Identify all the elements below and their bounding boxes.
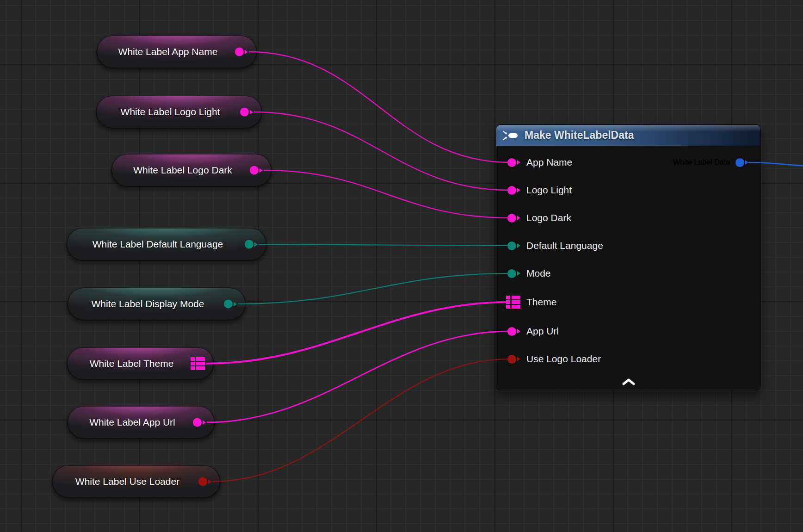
output-pin-white-label-data[interactable] — [735, 158, 748, 167]
pin-label: Logo Dark — [526, 212, 571, 223]
chevron-up-icon[interactable] — [622, 377, 636, 386]
wire-app-url[interactable] — [207, 331, 510, 422]
getter-node-white-label-app-name[interactable]: White Label App Name — [96, 35, 257, 68]
output-pin-white-label-logo-dark[interactable] — [250, 166, 263, 175]
node-header[interactable]: Make WhiteLabelData — [496, 125, 760, 146]
getter-label: White Label App Name — [118, 46, 218, 57]
output-row-white-label-data: White Label Data — [673, 155, 748, 170]
input-row-theme: Theme — [506, 295, 556, 309]
pin-label: White Label Data — [673, 158, 730, 167]
getter-label: White Label App Url — [89, 417, 175, 428]
pin-label: App Name — [526, 157, 572, 168]
getter-node-white-label-logo-light[interactable]: White Label Logo Light — [96, 95, 262, 129]
getter-label: White Label Display Mode — [92, 298, 204, 309]
blueprint-graph-canvas[interactable]: White Label App Name White Label Logo Li… — [0, 0, 803, 532]
getter-label: White Label Logo Light — [121, 106, 220, 118]
input-row-logo-light: Logo Light — [507, 183, 572, 198]
wire-use-loader[interactable] — [212, 359, 510, 482]
output-pin-white-label-app-url[interactable] — [193, 418, 206, 427]
getter-node-white-label-app-url[interactable]: White Label App Url — [67, 406, 215, 439]
pin-label: Default Language — [526, 240, 603, 251]
getter-node-white-label-display-mode[interactable]: White Label Display Mode — [67, 287, 246, 321]
wire-logo-dark[interactable] — [264, 170, 510, 218]
getter-label: White Label Logo Dark — [133, 165, 232, 176]
make-struct-icon — [502, 130, 519, 141]
input-row-app-url: App Url — [507, 324, 559, 339]
pin-label: Theme — [526, 297, 556, 308]
getter-node-white-label-theme[interactable]: White Label Theme — [67, 347, 214, 380]
wire-app-name[interactable] — [249, 52, 510, 162]
getter-node-white-label-default-language[interactable]: White Label Default Language — [66, 228, 267, 261]
output-pin-white-label-display-mode[interactable] — [224, 300, 237, 309]
output-pin-white-label-use-loader[interactable] — [198, 477, 211, 486]
input-row-default-language: Default Language — [507, 238, 603, 253]
input-row-mode: Mode — [507, 266, 551, 281]
make-whitelabeldata-node[interactable]: Make WhiteLabelData App Name Logo Light … — [496, 125, 760, 390]
getter-label: White Label Theme — [90, 358, 174, 369]
getter-label: White Label Default Language — [93, 239, 223, 250]
node-title: Make WhiteLabelData — [525, 129, 634, 142]
wire-theme[interactable] — [206, 302, 510, 364]
getter-node-white-label-use-loader[interactable]: White Label Use Loader — [52, 465, 221, 498]
input-row-logo-dark: Logo Dark — [507, 210, 571, 225]
output-pin-white-label-app-name[interactable] — [235, 48, 248, 56]
pin-label: Mode — [526, 268, 551, 279]
output-pin-white-label-default-language[interactable] — [245, 240, 258, 249]
wire-default-language[interactable] — [259, 244, 510, 246]
pin-label: App Url — [526, 326, 559, 337]
wire-logo-light[interactable] — [254, 112, 510, 190]
getter-node-white-label-logo-dark[interactable]: White Label Logo Dark — [111, 154, 272, 187]
getter-label: White Label Use Loader — [75, 476, 179, 487]
wire-display-mode[interactable] — [238, 273, 510, 304]
struct-grid-icon-output-pin-white-label-theme[interactable] — [191, 357, 205, 370]
pin-label: Use Logo Loader — [526, 353, 601, 365]
input-row-app-name: App Name — [507, 155, 572, 170]
output-pin-white-label-logo-light[interactable] — [240, 108, 253, 117]
input-row-use-logo-loader: Use Logo Loader — [507, 352, 601, 366]
pin-label: Logo Light — [526, 185, 572, 196]
